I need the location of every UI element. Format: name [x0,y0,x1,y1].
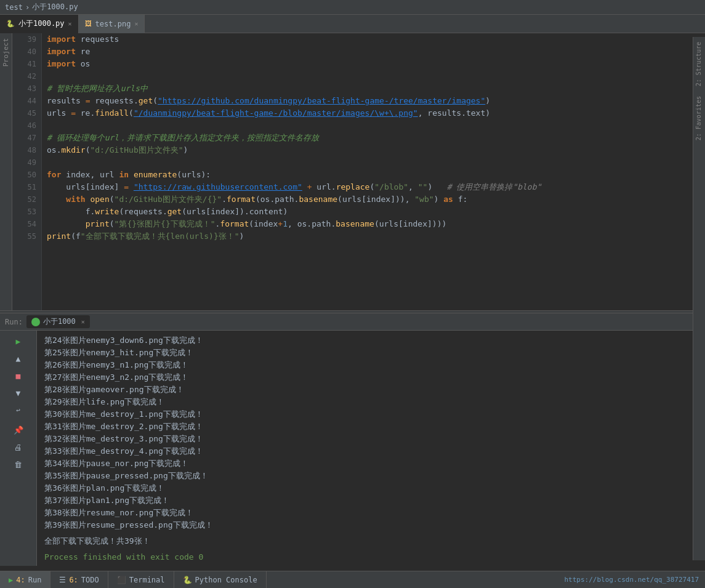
process-exit-line: Process finished with exit code 0 [44,551,698,563]
run-play-button[interactable]: ▶ [12,334,25,348]
left-sidebar: Project [0,33,12,310]
code-editor[interactable]: import requestsimport reimport os# 暂时先把网… [42,33,705,310]
code-line: urls[index] = "https://raw.githubusercon… [47,181,705,193]
terminal-label: Terminal [129,576,165,584]
run-label: Run: [5,318,23,326]
run-body: ▶ ▲ ■ ▼ ↩ 📌 🖨 🗑 第24张图片enemy3_down6.png下载… [0,331,705,566]
run-print-button[interactable]: 🖨 [12,440,25,454]
run-scroll-up-button[interactable]: ▲ [12,352,25,365]
output-line: 第37张图片plan1.png下载完成！ [44,494,698,507]
run-output: 第24张图片enemy3_down6.png下载完成！第25张图片enemy3_… [37,331,705,566]
output-line: 第35张图片pause_pressed.png下载完成！ [44,470,698,482]
output-line: 第39张图片resume_pressed.png下载完成！ [44,519,698,531]
output-line: 第26张图片enemy3_n1.png下载完成！ [44,359,698,371]
output-line: 第27张图片enemy3_n2.png下载完成！ [44,371,698,384]
tab-python-close[interactable]: ✕ [68,20,72,27]
output-line: 第38张图片resume_nor.png下载完成！ [44,507,698,519]
python-file-icon: 🐍 [6,20,15,28]
output-line: 第36张图片plan.png下载完成！ [44,482,698,494]
run-wrap-button[interactable]: ↩ [12,403,25,417]
run-panel-header: Run: 小于1000 ✕ [0,313,705,331]
code-line [47,119,705,132]
bottom-tab-list: ▶ 4: Run ☰ 6: TODO ⬛ Terminal 🐍 Python C… [0,571,267,588]
code-line: for index, url in enumerate(urls): [47,169,705,181]
python-console-icon: 🐍 [183,576,192,584]
code-line: import re [47,46,705,58]
tab-png-close[interactable]: ✕ [134,20,138,27]
editor-area: Project 39404142434445464748495051525354… [0,33,705,310]
output-line: 第25张图片enemy3_hit.png下载完成！ [44,347,698,359]
code-line: import requests [47,33,705,46]
breadcrumb-file: 小于1000.py [32,2,78,12]
line-numbers: 3940414243444546474849505152535455 [12,33,42,310]
run-tab[interactable]: 小于1000 ✕ [26,315,90,328]
tab-python-label: 小于1000.py [18,18,65,29]
tab-python-file[interactable]: 🐍 小于1000.py ✕ [0,15,79,33]
code-line: print("第{}张图片{}下载完成！".format(index+1, os… [47,218,705,230]
terminal-icon: ⬛ [117,576,126,584]
breadcrumb: test › 小于1000.py [0,0,705,15]
tab-png-label: test.png [95,20,131,28]
run-tab-label: Run [28,576,42,584]
bottom-tab-terminal[interactable]: ⬛ Terminal [108,571,174,588]
breadcrumb-project[interactable]: test [5,3,23,12]
output-line: 第32张图片me_destroy_3.png下载完成！ [44,433,698,445]
run-toolbar: ▶ ▲ ■ ▼ ↩ 📌 🖨 🗑 [0,331,37,566]
tab-png-file[interactable]: 🖼 test.png ✕ [79,15,145,33]
bottom-tab-python-console[interactable]: 🐍 Python Console [174,571,267,588]
output-line: 第33张图片me_destroy_4.png下载完成！ [44,445,698,457]
code-line: # 暂时先把网址存入urls中 [47,83,705,95]
output-line: 全部下载下载完成！共39张！ [44,535,698,547]
run-status-icon [31,318,40,326]
code-line [47,70,705,83]
run-scroll-down-button[interactable]: ▼ [12,386,25,400]
code-line: results = requests.get("https://github.c… [47,95,705,107]
todo-tab-num: 6: [69,576,78,584]
code-line: urls = re.findall("/duanmingpy/beat-flig… [47,107,705,119]
breadcrumb-sep: › [25,3,30,12]
python-console-label: Python Console [195,576,257,584]
bottom-bar: ▶ 4: Run ☰ 6: TODO ⬛ Terminal 🐍 Python C… [0,571,705,588]
output-line: 第28张图片gameover.png下载完成！ [44,384,698,396]
code-line: f.write(requests.get(urls[index]).conten… [47,206,705,218]
code-line: # 循环处理每个url，并请求下载图片存入指定文件夹，按照指定文件名存放 [47,132,705,144]
code-line: print(f"全部下载下载完成！共{len(urls)}张！") [47,230,705,243]
project-sidebar-label[interactable]: Project [1,33,11,71]
code-line: os.mkdir("d:/GitHub图片文件夹") [47,144,705,156]
run-panel: Run: 小于1000 ✕ ▶ ▲ ■ ▼ ↩ 📌 🖨 🗑 第24张图片enem… [0,313,705,566]
png-file-icon: 🖼 [85,20,92,28]
output-line: 第24张图片enemy3_down6.png下载完成！ [44,334,698,347]
run-clear-button[interactable]: 🗑 [12,457,25,471]
bottom-tab-run[interactable]: ▶ 4: Run [0,571,50,588]
right-sidebar: 2: Structure 2: Favorites [693,37,705,560]
structure-sidebar-label[interactable]: 2: Structure [693,37,705,91]
run-tab-name: 小于1000 [43,316,76,327]
output-line: 第30张图片me_destroy_1.png下载完成！ [44,408,698,421]
tab-bar: 🐍 小于1000.py ✕ 🖼 test.png ✕ [0,15,705,33]
run-tab-close[interactable]: ✕ [81,318,85,325]
todo-tab-label: TODO [81,576,99,584]
output-line: 第31张图片me_destroy_2.png下载完成！ [44,421,698,433]
output-line: 第34张图片pause_nor.png下载完成！ [44,457,698,470]
code-line: import os [47,58,705,70]
run-tab-icon: ▶ [9,576,13,584]
output-line: 第29张图片life.png下载完成！ [44,396,698,408]
run-stop-button[interactable]: ■ [12,369,25,382]
run-tab-num: 4: [16,576,25,584]
favorites-sidebar-label[interactable]: 2: Favorites [693,91,705,145]
todo-tab-icon: ☰ [59,576,66,584]
status-url: https://blog.csdn.net/qq_38727417 [564,576,705,584]
code-line: with open("d:/GitHub图片文件夹/{}".format(os.… [47,193,705,206]
code-line [47,156,705,169]
run-pin-button[interactable]: 📌 [12,423,25,437]
bottom-tab-todo[interactable]: ☰ 6: TODO [50,571,108,588]
